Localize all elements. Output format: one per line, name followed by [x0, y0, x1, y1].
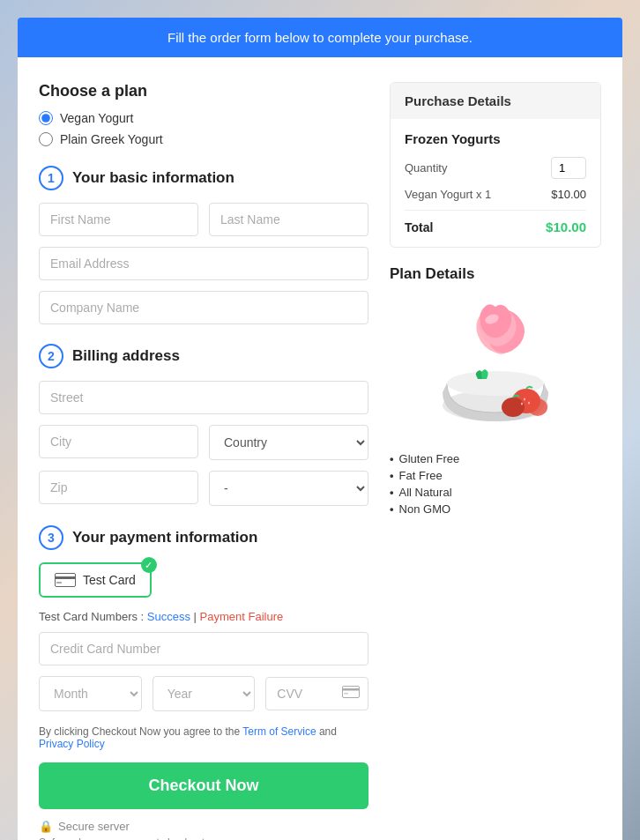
basic-info-title: Your basic information	[72, 169, 234, 187]
first-name-field	[39, 203, 198, 236]
card-label: Test Card	[83, 573, 136, 587]
left-column: Choose a plan Vegan Yogurt Plain Greek Y…	[39, 82, 368, 840]
payment-header: 3 Your payment information	[39, 525, 368, 550]
card-check-badge: ✓	[141, 557, 157, 573]
feature-gluten-free: Gluten Free	[390, 450, 601, 467]
svg-rect-1	[55, 576, 76, 579]
card-option-test[interactable]: ✓ Test Card	[39, 562, 152, 598]
secure-server: 🔒 Secure server	[39, 820, 368, 833]
secure-label: Secure server	[58, 820, 130, 833]
terms-and: and	[316, 725, 337, 738]
plan-heading: Choose a plan	[39, 82, 368, 100]
payment-title: Your payment information	[72, 529, 257, 546]
cvv-card-icon	[342, 686, 360, 702]
step-3-circle: 3	[39, 525, 63, 550]
feature-non-gmo: Non GMO	[390, 501, 601, 517]
test-card-note: Test Card Numbers : Success | Payment Fa…	[39, 610, 368, 623]
city-field	[39, 425, 198, 460]
purchase-details-box: Purchase Details Frozen Yogurts Quantity…	[390, 82, 601, 248]
street-field-wrap	[39, 381, 368, 414]
credit-card-icon	[55, 573, 76, 587]
main-card: Choose a plan Vegan Yogurt Plain Greek Y…	[18, 57, 622, 840]
plan-label-vegan: Vegan Yogurt	[60, 111, 133, 125]
year-select[interactable]: Year 202420252026 202720282029 2030	[153, 676, 256, 711]
plan-radio-vegan[interactable]	[39, 111, 53, 125]
purchase-details-body: Frozen Yogurts Quantity Vegan Yogurt x 1…	[391, 119, 600, 247]
zip-field	[39, 471, 198, 506]
svg-rect-3	[343, 687, 360, 698]
svg-rect-2	[56, 582, 62, 584]
plan-radio-greek[interactable]	[39, 132, 53, 146]
quantity-label: Quantity	[405, 161, 447, 175]
total-row: Total $10.00	[405, 210, 586, 234]
total-price: $10.00	[546, 219, 586, 234]
zip-input[interactable]	[39, 471, 198, 504]
country-field: Country United States United Kingdom Can…	[209, 425, 368, 460]
line-item-row: Vegan Yogurt x 1 $10.00	[405, 188, 586, 201]
right-column: Purchase Details Frozen Yogurts Quantity…	[390, 82, 601, 840]
tos-link[interactable]: Term of Service	[242, 725, 316, 738]
feature-all-natural: All Natural	[390, 484, 601, 501]
city-country-row: Country United States United Kingdom Can…	[39, 425, 368, 460]
lock-icon: 🔒	[39, 820, 53, 833]
step-1-circle: 1	[39, 166, 63, 190]
cc-number-field-wrap	[39, 632, 368, 665]
step-2-circle: 2	[39, 344, 63, 368]
yogurt-image	[416, 295, 575, 436]
purchase-details-header: Purchase Details	[391, 83, 600, 119]
last-name-input[interactable]	[209, 203, 368, 236]
city-input[interactable]	[39, 425, 198, 458]
banner-text: Fill the order form below to complete yo…	[167, 30, 473, 45]
cvv-field	[265, 677, 368, 710]
line-item-price: $10.00	[551, 188, 586, 201]
plan-details-section: Plan Details	[390, 265, 601, 517]
last-name-field	[209, 203, 368, 236]
checkout-button[interactable]: Checkout Now	[39, 762, 368, 809]
state-field: - ALAKAZ CACONY TX	[209, 471, 368, 506]
svg-rect-4	[342, 688, 360, 691]
street-input[interactable]	[39, 381, 368, 414]
line-item-label: Vegan Yogurt x 1	[405, 188, 491, 201]
billing-title: Billing address	[72, 347, 180, 365]
plan-option-vegan[interactable]: Vegan Yogurt	[39, 111, 368, 125]
privacy-link[interactable]: Privacy Policy	[39, 738, 105, 750]
test-failure-link[interactable]: Payment Failure	[200, 610, 284, 623]
zip-state-row: - ALAKAZ CACONY TX	[39, 471, 368, 506]
email-field-wrap	[39, 247, 368, 280]
plan-option-greek[interactable]: Plain Greek Yogurt	[39, 132, 368, 146]
svg-point-13	[528, 402, 530, 405]
billing-header: 2 Billing address	[39, 344, 368, 368]
feature-label: All Natural	[399, 486, 452, 499]
state-select[interactable]: - ALAKAZ CACONY TX	[209, 471, 368, 506]
plan-details-heading: Plan Details	[390, 265, 601, 283]
svg-point-11	[528, 398, 547, 416]
page-wrapper: Fill the order form below to complete yo…	[18, 18, 622, 840]
plan-label-greek: Plain Greek Yogurt	[60, 132, 163, 146]
month-select[interactable]: Month 010203 040506 070809 101112	[39, 676, 142, 711]
svg-point-10	[502, 398, 525, 417]
product-name: Frozen Yogurts	[405, 131, 586, 146]
test-card-note-text: Test Card Numbers :	[39, 610, 144, 623]
name-row	[39, 203, 368, 236]
company-input[interactable]	[39, 291, 368, 324]
country-select[interactable]: Country United States United Kingdom Can…	[209, 425, 368, 460]
feature-fat-free: Fat Free	[390, 467, 601, 484]
svg-rect-0	[56, 574, 76, 587]
plan-section: Choose a plan Vegan Yogurt Plain Greek Y…	[39, 82, 368, 146]
first-name-input[interactable]	[39, 203, 198, 236]
svg-rect-5	[344, 693, 348, 695]
separator: |	[194, 610, 197, 623]
month-field: Month 010203 040506 070809 101112	[39, 676, 142, 711]
basic-info-header: 1 Your basic information	[39, 166, 368, 190]
plan-features: Gluten Free Fat Free All Natural Non GMO	[390, 450, 601, 517]
feature-label: Gluten Free	[399, 452, 460, 465]
top-banner: Fill the order form below to complete yo…	[18, 18, 622, 57]
cc-number-input[interactable]	[39, 632, 368, 665]
feature-label: Non GMO	[399, 502, 451, 516]
email-input[interactable]	[39, 247, 368, 280]
cvv-row: Month 010203 040506 070809 101112 Year 2…	[39, 676, 368, 711]
test-success-link[interactable]: Success	[147, 610, 190, 623]
company-field-wrap	[39, 291, 368, 324]
safe-text: Safe and secure payment checkout.	[39, 836, 368, 840]
quantity-input[interactable]	[551, 157, 586, 179]
